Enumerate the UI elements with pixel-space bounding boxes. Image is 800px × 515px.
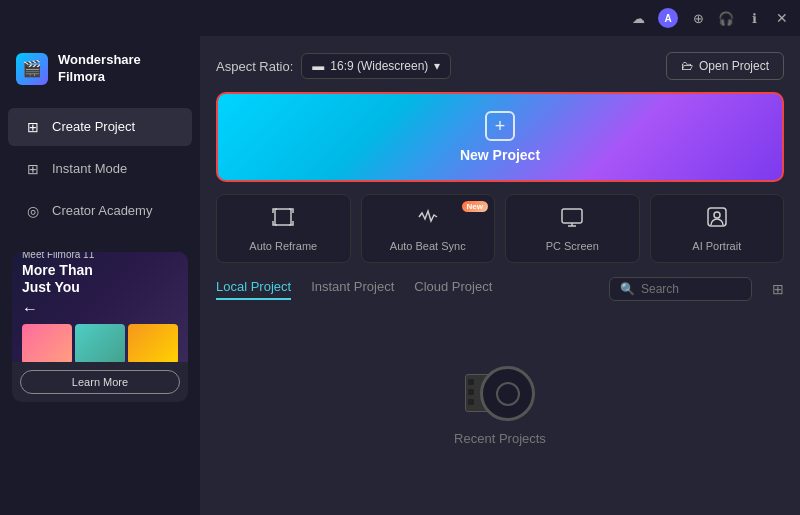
aspect-ratio-icon: ▬ [312,59,324,73]
pc-screen-label: PC Screen [546,240,599,252]
tabs: Local Project Instant Project Cloud Proj… [216,279,492,300]
svg-rect-0 [275,209,291,225]
promo-image: Meet Filmora 11 More ThanJust You ← [12,252,188,362]
quick-actions: Auto Reframe New Auto Beat Sync [216,194,784,263]
close-button[interactable]: ✕ [774,10,790,26]
new-badge: New [462,201,488,212]
svg-rect-1 [562,209,582,223]
new-project-button[interactable]: + New Project [216,92,784,182]
sidebar: 🎬 Wondershare Filmora ⊞ Create Project ⊞… [0,36,200,515]
recent-projects-label: Recent Projects [454,431,546,446]
info-icon[interactable]: ℹ [746,10,762,26]
new-project-label: New Project [460,147,540,163]
title-bar: ☁ A ⊕ 🎧 ℹ ✕ [0,0,800,36]
auto-reframe-action[interactable]: Auto Reframe [216,194,351,263]
search-bar: 🔍 ⊞ [609,277,784,301]
creator-academy-icon: ◎ [24,202,42,220]
avatar-icon[interactable]: A [658,8,678,28]
ai-portrait-label: AI Portrait [692,240,741,252]
sidebar-item-create-project[interactable]: ⊞ Create Project [8,108,192,146]
promo-photo-3 [128,324,178,362]
promo-card: Meet Filmora 11 More ThanJust You ← Lear… [12,252,188,402]
add-icon[interactable]: ⊕ [690,10,706,26]
chevron-down-icon: ▾ [434,59,440,73]
tab-local-project[interactable]: Local Project [216,279,291,300]
tabs-bar: Local Project Instant Project Cloud Proj… [216,277,784,301]
ai-portrait-icon [705,205,729,234]
tab-instant-project[interactable]: Instant Project [311,279,394,300]
auto-reframe-icon [271,205,295,234]
auto-beat-sync-action[interactable]: New Auto Beat Sync [361,194,496,263]
promo-meet-text: Meet Filmora 11 [22,252,94,261]
cloud-icon[interactable]: ☁ [630,10,646,26]
ai-portrait-action[interactable]: AI Portrait [650,194,785,263]
logo-text: Wondershare Filmora [58,52,141,86]
film-icon [465,366,535,421]
svg-point-5 [714,212,720,218]
search-input-wrap: 🔍 [609,277,752,301]
grid-view-icon[interactable]: ⊞ [772,281,784,297]
sidebar-item-creator-academy[interactable]: ◎ Creator Academy [8,192,192,230]
auto-reframe-label: Auto Reframe [249,240,317,252]
learn-more-button[interactable]: Learn More [20,370,180,394]
recent-projects-area: Recent Projects [216,313,784,499]
create-project-icon: ⊞ [24,118,42,136]
promo-title-text: More ThanJust You [22,262,93,296]
new-project-plus-icon: + [485,111,515,141]
sidebar-item-instant-mode[interactable]: ⊞ Instant Mode [8,150,192,188]
auto-beat-sync-icon [416,205,440,234]
auto-beat-sync-label: Auto Beat Sync [390,240,466,252]
pc-screen-icon [560,205,584,234]
logo-icon: 🎬 [16,53,48,85]
film-reel [480,366,535,421]
content-area: Aspect Ratio: ▬ 16:9 (Widescreen) ▾ 🗁 Op… [200,36,800,515]
search-icon: 🔍 [620,282,635,296]
main-layout: 🎬 Wondershare Filmora ⊞ Create Project ⊞… [0,36,800,515]
top-bar: Aspect Ratio: ▬ 16:9 (Widescreen) ▾ 🗁 Op… [216,52,784,80]
promo-photo-2 [75,324,125,362]
search-input[interactable] [641,282,741,296]
logo: 🎬 Wondershare Filmora [0,52,200,106]
instant-mode-icon: ⊞ [24,160,42,178]
pc-screen-action[interactable]: PC Screen [505,194,640,263]
aspect-ratio-button[interactable]: ▬ 16:9 (Widescreen) ▾ [301,53,451,79]
tab-cloud-project[interactable]: Cloud Project [414,279,492,300]
promo-photos [22,324,178,362]
headphone-icon[interactable]: 🎧 [718,10,734,26]
folder-icon: 🗁 [681,59,693,73]
promo-arrow-icon: ← [22,300,38,318]
aspect-ratio-label: Aspect Ratio: [216,59,293,74]
open-project-button[interactable]: 🗁 Open Project [666,52,784,80]
promo-photo-1 [22,324,72,362]
aspect-ratio-selector: Aspect Ratio: ▬ 16:9 (Widescreen) ▾ [216,53,451,79]
